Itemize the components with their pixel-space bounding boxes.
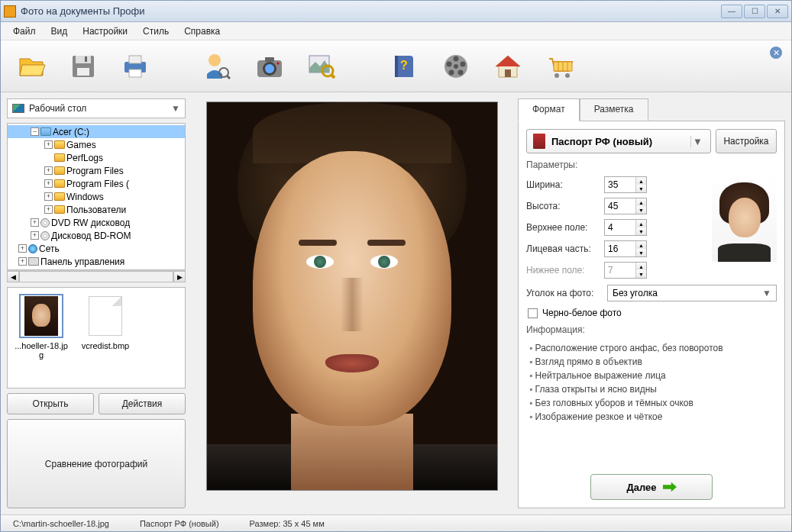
- passport-icon: [533, 134, 545, 149]
- menu-settings[interactable]: Настройки: [76, 24, 134, 39]
- app-window: Фото на документы Профи — ☐ ✕ Файл Вид Н…: [0, 0, 792, 532]
- svg-point-22: [454, 56, 459, 61]
- chevron-down-icon: ▼: [762, 288, 771, 298]
- svg-point-14: [277, 62, 280, 64]
- tree-item-program-files[interactable]: +Program Files: [8, 164, 185, 177]
- cart-icon[interactable]: [541, 48, 578, 85]
- svg-rect-27: [505, 69, 511, 77]
- next-button[interactable]: Далее: [590, 474, 713, 500]
- svg-point-23: [461, 61, 466, 66]
- bw-label: Черно-белое фото: [542, 308, 622, 318]
- tree-item-program-files-x[interactable]: +Program Files (: [8, 177, 185, 190]
- chevron-down-icon[interactable]: ▼: [171, 103, 180, 114]
- top-margin-spinner[interactable]: ▲▼: [604, 219, 647, 236]
- close-round-icon[interactable]: ✕: [770, 47, 782, 59]
- print-icon[interactable]: [117, 48, 154, 85]
- menu-file[interactable]: Файл: [7, 24, 42, 39]
- close-button[interactable]: ✕: [767, 5, 788, 18]
- sample-photo: [712, 176, 777, 262]
- photo-preview: [192, 98, 512, 508]
- status-format: Паспорт РФ (новый): [134, 519, 225, 528]
- params-title: Параметры:: [526, 160, 777, 170]
- svg-point-25: [449, 69, 454, 75]
- tree-item-windows[interactable]: +Windows: [8, 190, 185, 203]
- location-bar[interactable]: Рабочий стол ▼: [7, 98, 186, 118]
- maximize-button[interactable]: ☐: [744, 5, 765, 18]
- save-icon[interactable]: [65, 48, 102, 85]
- info-title: Информация:: [526, 324, 777, 335]
- menu-help[interactable]: Справка: [178, 24, 226, 39]
- location-text: Рабочий стол: [29, 103, 166, 114]
- svg-line-17: [331, 75, 335, 78]
- height-spinner[interactable]: ▲▼: [604, 198, 647, 214]
- window-title: Фото на документы Профи: [21, 5, 721, 17]
- format-dropdown[interactable]: Паспорт РФ (новый) ▼: [526, 129, 711, 153]
- svg-point-33: [565, 73, 570, 78]
- file-tree[interactable]: −Acer (C:) +Games PerfLogs +Program File…: [7, 123, 186, 282]
- main-photo[interactable]: [206, 102, 498, 491]
- tree-hscroll[interactable]: ◀▶: [7, 270, 186, 282]
- menu-view[interactable]: Вид: [45, 24, 74, 39]
- minimize-button[interactable]: —: [721, 5, 742, 18]
- corner-dropdown[interactable]: Без уголка ▼: [607, 285, 777, 301]
- svg-point-21: [454, 64, 458, 69]
- svg-point-32: [554, 73, 559, 78]
- svg-point-26: [447, 61, 452, 66]
- left-panel: Рабочий стол ▼ −Acer (C:) +Games PerfLog…: [7, 98, 186, 508]
- svg-point-24: [458, 69, 464, 75]
- compare-button[interactable]: Сравнение фотографий: [7, 419, 186, 508]
- face-part-spinner[interactable]: ▲▼: [604, 240, 647, 257]
- tree-item-bd[interactable]: +Дисковод BD-ROM: [8, 229, 185, 242]
- svg-rect-2: [77, 68, 89, 76]
- tree-item-dvd[interactable]: +DVD RW дисковод: [8, 216, 185, 229]
- person-search-icon[interactable]: [199, 48, 236, 85]
- svg-rect-6: [129, 69, 141, 77]
- thumbnails: ...hoeller-18.jpg vcredist.bmp: [7, 287, 186, 389]
- help-book-icon[interactable]: ?: [386, 48, 422, 85]
- thumb-file2[interactable]: vcredist.bmp: [78, 294, 133, 350]
- svg-line-9: [227, 76, 230, 79]
- titlebar: Фото на документы Профи — ☐ ✕: [1, 1, 791, 22]
- tree-item-acer[interactable]: −Acer (C:): [8, 125, 185, 138]
- desktop-icon: [12, 104, 24, 113]
- width-spinner[interactable]: ▲▼: [604, 176, 647, 193]
- svg-rect-18: [395, 56, 398, 77]
- svg-rect-3: [85, 56, 87, 62]
- open-folder-icon[interactable]: [13, 48, 50, 85]
- home-icon[interactable]: [490, 48, 526, 85]
- svg-point-7: [209, 54, 221, 66]
- svg-point-13: [265, 64, 274, 73]
- thumb-file1[interactable]: ...hoeller-18.jpg: [14, 294, 69, 360]
- bw-checkbox[interactable]: [528, 308, 538, 318]
- menubar: Файл Вид Настройки Стиль Справка: [1, 22, 791, 40]
- tab-markup[interactable]: Разметка: [580, 98, 648, 121]
- status-path: C:\martin-schoeller-18.jpg: [7, 519, 115, 528]
- tree-item-control-panel[interactable]: +Панель управления: [8, 255, 185, 268]
- bottom-margin-spinner: ▲▼: [604, 262, 647, 279]
- tree-item-users[interactable]: +Пользователи: [8, 203, 185, 216]
- svg-rect-5: [129, 56, 141, 63]
- camera-icon[interactable]: [251, 48, 288, 85]
- menu-style[interactable]: Стиль: [137, 24, 175, 39]
- settings-button[interactable]: Настройка: [716, 129, 777, 153]
- arrow-right-icon: [663, 482, 677, 492]
- info-list: Расположение строго анфас, без поворотов…: [526, 341, 777, 424]
- app-icon: [4, 5, 16, 18]
- film-reel-icon[interactable]: [438, 48, 474, 85]
- tree-item-games[interactable]: +Games: [8, 138, 185, 151]
- actions-button[interactable]: Действия: [99, 393, 186, 414]
- svg-text:?: ?: [400, 59, 408, 72]
- tree-item-network[interactable]: +Сеть: [8, 242, 185, 255]
- tab-format[interactable]: Формат: [518, 98, 580, 121]
- status-size: Размер: 35 x 45 мм: [244, 519, 331, 528]
- tree-item-perflogs[interactable]: PerfLogs: [8, 151, 185, 164]
- right-panel: Формат Разметка Паспорт РФ (новый) ▼ Нас…: [518, 98, 785, 508]
- toolbar: ? ✕: [1, 40, 791, 92]
- statusbar: C:\martin-schoeller-18.jpg Паспорт РФ (н…: [1, 514, 791, 531]
- open-button[interactable]: Открыть: [7, 393, 94, 414]
- chevron-down-icon: ▼: [690, 136, 704, 147]
- photo-search-icon[interactable]: [303, 48, 340, 85]
- svg-rect-11: [265, 57, 274, 62]
- svg-rect-1: [76, 56, 91, 63]
